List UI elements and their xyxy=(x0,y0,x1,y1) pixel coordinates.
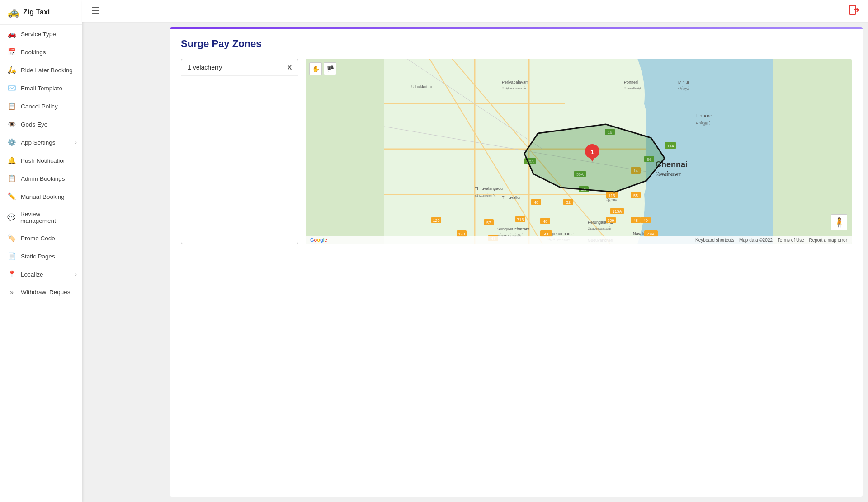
sidebar-header: 🚕 Zig Taxi xyxy=(0,0,82,25)
svg-text:48: 48 xyxy=(543,219,547,224)
sidebar-item-review-management[interactable]: 💬Review management xyxy=(0,206,82,229)
manual-booking-icon: ✏️ xyxy=(7,192,16,201)
sidebar-item-static-pages[interactable]: 📄Static Pages xyxy=(0,247,82,265)
static-pages-icon: 📄 xyxy=(7,252,16,260)
hand-tool[interactable]: ✋ xyxy=(309,62,322,75)
manual-booking-label: Manual Booking xyxy=(21,193,65,200)
svg-text:மிஞ்சூர்: மிஞ்சூர் xyxy=(678,86,689,91)
svg-text:32: 32 xyxy=(566,200,571,205)
gods-eye-label: Gods Eye xyxy=(21,121,47,128)
map-footer: Google Keyboard shortcuts Map data ©2022… xyxy=(306,236,852,244)
withdrawl-request-icon: » xyxy=(7,288,16,296)
sidebar-item-promo-code[interactable]: 🏷️Promo Code xyxy=(0,229,82,247)
main-content: ☰ Surge Pay Zones 1 velacherryX ✋ � xyxy=(165,0,868,502)
app-settings-arrow: › xyxy=(75,140,77,145)
withdrawl-request-label: Withdrawl Request xyxy=(21,289,72,296)
map-container: ✋ 🏴 xyxy=(306,59,852,244)
push-notification-icon: 🔔 xyxy=(7,156,16,164)
svg-text:Periyapalayam: Periyapalayam xyxy=(502,80,529,84)
app-logo: 🚕 xyxy=(7,6,19,18)
sidebar-item-manual-booking[interactable]: ✏️Manual Booking xyxy=(0,188,82,206)
content-area: Surge Pay Zones 1 velacherryX ✋ 🏴 xyxy=(170,27,863,497)
svg-text:55: 55 xyxy=(633,193,638,198)
svg-text:114: 114 xyxy=(667,144,674,148)
logout-icon[interactable] xyxy=(849,5,859,17)
sidebar-item-localize[interactable]: 📍Localize› xyxy=(0,265,82,283)
service-type-label: Service Type xyxy=(21,31,56,38)
svg-text:Ennore: Ennore xyxy=(696,113,712,118)
static-pages-label: Static Pages xyxy=(21,253,55,260)
sidebar-item-cancel-policy[interactable]: 📋Cancel Policy xyxy=(0,97,82,115)
zone-items-container: 1 velacherryX xyxy=(181,59,298,76)
svg-text:Thiruvalangadu: Thiruvalangadu xyxy=(475,186,503,191)
svg-text:Thiruvallur: Thiruvallur xyxy=(502,195,521,200)
keyboard-shortcuts-link[interactable]: Keyboard shortcuts xyxy=(695,238,734,243)
service-type-icon: 🚗 xyxy=(7,30,16,38)
email-template-icon: ✉️ xyxy=(7,84,16,92)
svg-text:பெரியபாளையம்: பெரியபாளையம் xyxy=(502,86,526,90)
email-template-label: Email Template xyxy=(21,85,62,92)
sidebar-nav: 🚗Service Type📅Bookings🛵Ride Later Bookin… xyxy=(0,25,82,301)
sidebar-item-push-notification[interactable]: 🔔Push Notification xyxy=(0,151,82,169)
sidebar-item-app-settings[interactable]: ⚙️App Settings› xyxy=(0,133,82,151)
svg-text:113: 113 xyxy=(608,193,615,198)
cancel-policy-icon: 📋 xyxy=(7,102,16,110)
svg-text:49: 49 xyxy=(643,218,648,223)
map-svg: Chennai சென்னை Avadi ஆவடி Ennore என்னூர்… xyxy=(306,59,852,244)
terms-of-use-link[interactable]: Terms of Use xyxy=(778,238,804,243)
draw-tool[interactable]: 🏴 xyxy=(324,62,336,75)
surge-layout: 1 velacherryX ✋ 🏴 xyxy=(181,59,852,244)
svg-text:Uthukkottai: Uthukkottai xyxy=(411,84,432,89)
admin-bookings-label: Admin Bookings xyxy=(21,175,65,182)
localize-icon: 📍 xyxy=(7,270,16,278)
svg-text:பெருங்களத்தூர்: பெருங்களத்தூர் xyxy=(588,226,611,231)
sidebar-item-service-type[interactable]: 🚗Service Type xyxy=(0,25,82,43)
sidebar-item-email-template[interactable]: ✉️Email Template xyxy=(0,79,82,97)
app-title: Zig Taxi xyxy=(23,8,50,16)
sidebar-item-admin-bookings[interactable]: 📋Admin Bookings xyxy=(0,169,82,188)
sidebar-item-gods-eye[interactable]: 👁️Gods Eye xyxy=(0,115,82,133)
svg-text:48: 48 xyxy=(633,218,638,223)
localize-arrow: › xyxy=(75,272,77,277)
app-settings-icon: ⚙️ xyxy=(7,138,16,146)
ride-later-booking-icon: 🛵 xyxy=(7,66,16,74)
cancel-policy-label: Cancel Policy xyxy=(21,103,58,110)
svg-text:சென்னை: சென்னை xyxy=(656,170,681,178)
bookings-label: Bookings xyxy=(21,49,46,56)
localize-label: Localize xyxy=(21,271,43,278)
svg-text:1: 1 xyxy=(590,149,594,155)
svg-text:48: 48 xyxy=(534,200,538,205)
app-settings-label: App Settings xyxy=(21,139,56,146)
svg-text:109: 109 xyxy=(607,218,614,223)
ride-later-booking-label: Ride Later Booking xyxy=(21,67,73,74)
sidebar-item-ride-later-booking[interactable]: 🛵Ride Later Booking xyxy=(0,61,82,79)
sidebar-item-withdrawl-request[interactable]: »Withdrawl Request xyxy=(0,283,82,301)
content-top-bar xyxy=(170,27,863,29)
gods-eye-icon: 👁️ xyxy=(7,120,16,128)
svg-text:Minjur: Minjur xyxy=(678,80,689,84)
map-footer-links: Keyboard shortcuts Map data ©2022 Terms … xyxy=(692,238,847,243)
svg-text:113A: 113A xyxy=(612,209,622,214)
map-data-copyright: Map data ©2022 xyxy=(739,238,773,243)
review-management-icon: 💬 xyxy=(7,213,16,221)
map-tools: ✋ 🏴 xyxy=(309,62,336,75)
svg-text:என்னூர்: என்னூர் xyxy=(696,120,711,126)
topbar: ☰ xyxy=(165,0,868,22)
google-logo: Google xyxy=(310,237,327,243)
admin-bookings-icon: 📋 xyxy=(7,174,16,183)
svg-text:Sunguvarchatram: Sunguvarchatram xyxy=(497,227,529,231)
svg-text:Ponneri: Ponneri xyxy=(624,80,638,84)
promo-code-label: Promo Code xyxy=(21,235,55,242)
report-error-link[interactable]: Report a map error xyxy=(809,238,847,243)
zone-item-close-button[interactable]: X xyxy=(288,64,292,71)
svg-text:57: 57 xyxy=(486,221,491,225)
review-management-label: Review management xyxy=(20,211,75,224)
sidebar: 🚕 Zig Taxi 🚗Service Type📅Bookings🛵Ride L… xyxy=(0,0,82,502)
pegman-button[interactable]: 🧍 xyxy=(831,214,847,230)
bookings-icon: 📅 xyxy=(7,48,16,56)
zone-list-panel: 1 velacherryX xyxy=(181,59,298,244)
svg-text:120: 120 xyxy=(433,218,439,223)
sidebar-item-bookings[interactable]: 📅Bookings xyxy=(0,43,82,61)
zone-item-name: 1 velacherry xyxy=(188,64,222,71)
svg-text:பொன்னேரி: பொன்னேரி xyxy=(624,86,641,90)
